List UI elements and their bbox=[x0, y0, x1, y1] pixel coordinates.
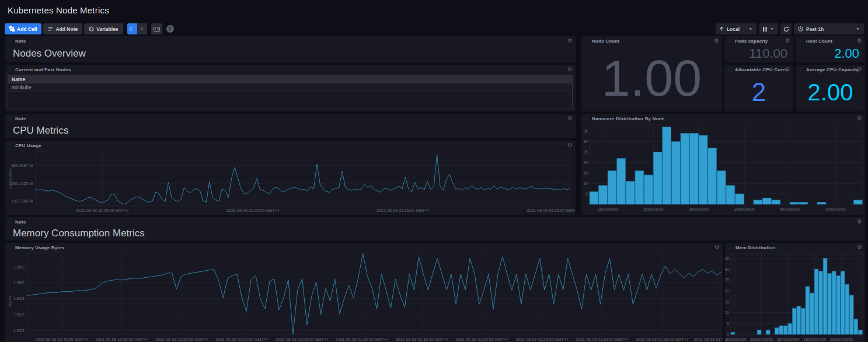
drag-handle-icon[interactable] bbox=[8, 117, 12, 121]
drag-handle-icon[interactable] bbox=[8, 144, 12, 148]
time-range-label: Past 1h bbox=[806, 26, 824, 32]
svg-text:0: 0 bbox=[727, 333, 729, 337]
add-note-button[interactable]: Add Note bbox=[43, 23, 82, 34]
svg-text:2021-06-09 01:20:00 GMT+7: 2021-06-09 01:20:00 GMT+7 bbox=[456, 337, 509, 341]
presentation-mode-button[interactable] bbox=[151, 23, 162, 34]
note-heading: Nodes Overview bbox=[13, 48, 86, 60]
question-icon: ? bbox=[168, 26, 172, 32]
svg-text:190.7349 M: 190.7349 M bbox=[11, 199, 33, 203]
drag-handle-icon[interactable] bbox=[8, 68, 12, 72]
gear-icon[interactable]: ⚙ bbox=[857, 115, 862, 122]
cell-note-memory-metrics: Note ⚙ Memory Consumption Metrics bbox=[5, 217, 865, 240]
svg-text:25: 25 bbox=[725, 278, 729, 282]
drag-handle-icon[interactable] bbox=[799, 68, 803, 72]
cell-host-count: Host Count ⚙ 2.00 bbox=[796, 36, 865, 62]
cpu-usage-line-chart[interactable]: 2021-06-09 12:45:00 GMT+72021-06-09 01:0… bbox=[5, 150, 576, 215]
gear-icon[interactable]: ⚙ bbox=[857, 66, 862, 73]
drag-handle-icon[interactable] bbox=[585, 117, 589, 121]
gear-icon[interactable]: ⚙ bbox=[714, 37, 719, 44]
dark-mode-toggle[interactable]: ☾ bbox=[127, 23, 137, 34]
svg-text:30: 30 bbox=[583, 139, 588, 144]
drag-handle-icon[interactable] bbox=[8, 39, 12, 43]
svg-text:2021-06-09 12:45:00 GMT+7: 2021-06-09 12:45:00 GMT+7 bbox=[36, 337, 89, 341]
svg-text:450000000: 450000000 bbox=[825, 207, 846, 211]
chevron-down-icon: ▼ bbox=[770, 27, 774, 31]
cell-title: Average CPU Capacity bbox=[806, 67, 859, 72]
presentation-mode-icon bbox=[154, 27, 160, 32]
pause-icon bbox=[763, 27, 767, 32]
svg-text:1830000000: 1830000000 bbox=[750, 337, 773, 341]
drag-handle-icon[interactable] bbox=[585, 39, 589, 43]
memory-usage-line-chart[interactable]: 2021-06-09 12:45:00 GMT+72021-06-09 12:5… bbox=[5, 252, 723, 342]
gear-icon[interactable]: ⚙ bbox=[567, 37, 573, 44]
gear-icon[interactable]: ⚙ bbox=[785, 66, 790, 73]
drag-handle-icon[interactable] bbox=[8, 246, 12, 250]
svg-text:10: 10 bbox=[725, 310, 729, 315]
svg-text:350000000: 350000000 bbox=[734, 207, 755, 211]
gear-icon[interactable]: ⚙ bbox=[857, 244, 862, 251]
sun-icon: ☀ bbox=[140, 26, 144, 32]
cell-note-cpu-metrics: Note ⚙ CPU Metrics bbox=[5, 114, 576, 138]
cell-title: Memory Usage Bytes bbox=[15, 245, 65, 250]
theme-toggle: ☾ ☀ bbox=[127, 23, 147, 34]
add-cell-grid-icon bbox=[9, 26, 15, 32]
svg-text:300000000: 300000000 bbox=[689, 207, 709, 211]
drag-handle-icon[interactable] bbox=[799, 39, 803, 43]
add-cell-button[interactable]: Add Cell bbox=[5, 23, 41, 34]
svg-text:2021-06-09 12:45:00 GMT+7: 2021-06-09 12:45:00 GMT+7 bbox=[76, 208, 129, 212]
svg-text:20: 20 bbox=[725, 289, 729, 293]
drag-handle-icon[interactable] bbox=[8, 220, 12, 224]
stat-value: 2.00 bbox=[808, 81, 853, 104]
cell-cpu-usage-chart: CPU Usage ⚙ nanocores 2021-06-09 12:45:0… bbox=[5, 141, 576, 215]
svg-text:1.84G: 1.84G bbox=[13, 296, 25, 301]
gear-icon[interactable]: ⚙ bbox=[785, 37, 790, 44]
stat-value: 1.00 bbox=[602, 53, 702, 104]
svg-text:1.85G: 1.85G bbox=[13, 281, 25, 285]
time-range-dropdown[interactable]: Past 1h ▼ bbox=[794, 23, 864, 34]
help-button[interactable]: ? bbox=[166, 25, 174, 33]
cell-nanocore-distribution-chart: Nanocore Distribution By Node ⚙ 51015202… bbox=[581, 114, 865, 215]
svg-text:5: 5 bbox=[585, 192, 588, 196]
svg-text:2021-06-09 12:50:00 GMT+7: 2021-06-09 12:50:00 GMT+7 bbox=[95, 337, 148, 341]
refresh-button[interactable] bbox=[780, 23, 792, 34]
cell-title: Pods capacity bbox=[735, 39, 768, 44]
svg-text:5: 5 bbox=[727, 322, 729, 326]
cell-memory-usage-chart: Memory Usage Bytes ⚙ bytes 2021-06-09 12… bbox=[5, 243, 723, 342]
svg-text:1820000000: 1820000000 bbox=[725, 337, 746, 341]
variables-label: Variables bbox=[96, 26, 118, 32]
timezone-dropdown[interactable]: Local ▼ bbox=[716, 23, 757, 34]
svg-text:2021-06-09 01:30:00 GMT+7: 2021-06-09 01:30:00 GMT+7 bbox=[576, 337, 629, 341]
svg-text:2021-06-09 01:40:00 GMT+7: 2021-06-09 01:40:00 GMT+7 bbox=[693, 337, 723, 341]
cell-pods-capacity: Pods capacity ⚙ 110.00 bbox=[724, 36, 793, 62]
light-mode-toggle[interactable]: ☀ bbox=[137, 23, 147, 34]
drag-handle-icon[interactable] bbox=[728, 246, 733, 250]
stat-value: 110.00 bbox=[749, 47, 787, 60]
gear-icon[interactable]: ⚙ bbox=[567, 142, 573, 149]
svg-text:1.83G: 1.83G bbox=[13, 313, 25, 317]
gear-icon[interactable]: ⚙ bbox=[567, 115, 573, 122]
gear-icon[interactable]: ⚙ bbox=[714, 244, 720, 251]
svg-text:2021-06-09 01:25:00 GMT+7: 2021-06-09 01:25:00 GMT+7 bbox=[515, 337, 569, 341]
svg-text:10: 10 bbox=[583, 182, 588, 186]
nanocore-distribution-histogram[interactable]: 5101520253035200000000250000000300000000… bbox=[581, 123, 865, 215]
drag-handle-icon[interactable] bbox=[728, 68, 732, 72]
gear-icon[interactable]: ⚙ bbox=[857, 218, 862, 225]
variables-button[interactable]: Variables bbox=[84, 23, 123, 34]
svg-text:2021-06-09 01:10:00 GMT+7: 2021-06-09 01:10:00 GMT+7 bbox=[336, 337, 389, 341]
dashboard-toolbar: Add Cell Add Note Variables ☾ ☀ ? bbox=[5, 23, 174, 34]
cell-title: Host Count bbox=[806, 39, 832, 44]
gear-icon[interactable]: ⚙ bbox=[567, 66, 573, 73]
svg-text:2021-06-09 01:15:00 GMT+7: 2021-06-09 01:15:00 GMT+7 bbox=[377, 208, 430, 212]
svg-text:1850000000: 1850000000 bbox=[803, 337, 826, 341]
svg-text:15: 15 bbox=[725, 300, 729, 304]
note-heading: Memory Consumption Metrics bbox=[13, 228, 145, 239]
svg-text:1840000000: 1840000000 bbox=[777, 337, 800, 341]
note-heading: CPU Metrics bbox=[13, 125, 68, 137]
drag-handle-icon[interactable] bbox=[728, 39, 732, 43]
mem-distribution-histogram[interactable]: 0510152025303518200000001830000000184000… bbox=[725, 252, 865, 342]
table-row[interactable]: minikube bbox=[8, 83, 572, 92]
autorefresh-dropdown[interactable]: ▼ bbox=[759, 23, 778, 34]
gear-icon[interactable]: ⚙ bbox=[857, 37, 862, 44]
table-column-header: Name bbox=[8, 75, 572, 83]
svg-text:2021-06-09 01:00:00 GMT+7: 2021-06-09 01:00:00 GMT+7 bbox=[215, 337, 269, 341]
